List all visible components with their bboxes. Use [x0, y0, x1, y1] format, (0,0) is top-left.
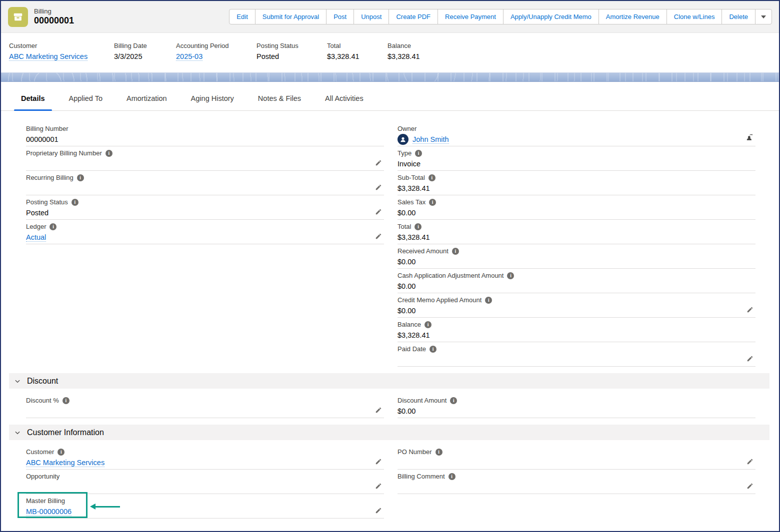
field-customer: Customer i ABC Marketing Services: [26, 445, 384, 470]
unpost-button[interactable]: Unpost: [354, 9, 389, 24]
field-label: Type: [398, 149, 412, 157]
customer-link[interactable]: ABC Marketing Services: [26, 459, 104, 467]
change-owner-icon[interactable]: [744, 132, 754, 142]
edit-pencil-icon[interactable]: [374, 207, 383, 216]
edit-pencil-icon[interactable]: [374, 406, 383, 415]
entity-block: Billing 00000001: [8, 7, 74, 27]
edit-pencil-icon[interactable]: [746, 457, 754, 466]
info-icon[interactable]: i: [429, 199, 436, 206]
summary-label: Balance: [388, 42, 420, 49]
edit-pencil-icon[interactable]: [374, 457, 383, 466]
edit-pencil-icon[interactable]: [374, 482, 383, 491]
info-icon[interactable]: i: [430, 346, 436, 353]
edit-pencil-icon[interactable]: [374, 158, 383, 167]
info-icon[interactable]: i: [50, 223, 56, 230]
apply-unapply-credit-memo-button[interactable]: Apply/Unapply Credit Memo: [503, 9, 599, 24]
tab-applied-to[interactable]: Applied To: [57, 87, 114, 110]
delete-button[interactable]: Delete: [722, 9, 756, 24]
info-icon[interactable]: i: [415, 150, 422, 157]
summary-posting-status: Posting Status Posted: [256, 42, 327, 60]
edit-pencil-icon[interactable]: [374, 232, 383, 241]
info-icon[interactable]: i: [424, 321, 432, 328]
info-icon[interactable]: i: [106, 150, 112, 157]
field-value: $0.00: [398, 258, 416, 266]
edit-pencil-icon[interactable]: [746, 482, 754, 491]
tab-bar: Details Applied To Amortization Aging Hi…: [1, 85, 779, 111]
field-label: Ledger: [26, 223, 46, 230]
amortize-revenue-button[interactable]: Amortize Revenue: [598, 9, 667, 24]
info-icon[interactable]: i: [485, 297, 492, 304]
submit-for-approval-button[interactable]: Submit for Approval: [255, 9, 326, 24]
summary-customer: Customer ABC Marketing Services: [9, 42, 114, 60]
create-pdf-button[interactable]: Create PDF: [388, 9, 438, 24]
field-balance: Balance i $3,328.41: [398, 318, 756, 342]
field-label: Discount Amount: [398, 397, 446, 404]
more-actions-button[interactable]: [755, 9, 772, 24]
info-icon[interactable]: i: [452, 248, 459, 255]
discount-section-header[interactable]: Discount: [9, 373, 770, 389]
post-button[interactable]: Post: [326, 9, 354, 24]
info-icon[interactable]: i: [428, 174, 436, 181]
tab-all-activities[interactable]: All Activities: [313, 87, 376, 110]
field-paid-date: Paid Date i: [398, 342, 756, 367]
field-received-amount: Received Amount i $0.00: [398, 244, 756, 269]
edit-pencil-icon[interactable]: [746, 354, 754, 363]
info-icon[interactable]: i: [58, 449, 64, 456]
edit-button[interactable]: Edit: [229, 9, 255, 24]
tab-details[interactable]: Details: [9, 87, 57, 110]
field-posting-status: Posting Status i Posted: [26, 195, 384, 220]
ledger-link[interactable]: Actual: [26, 233, 46, 242]
billing-date-value: 3/3/2025: [114, 52, 171, 60]
posting-status-value: Posted: [256, 52, 322, 60]
field-value: $3,328.41: [398, 331, 430, 339]
customer-information-field-grid: Customer i ABC Marketing Services Opport…: [9, 440, 770, 519]
section-discount: Discount Discount % i Disco: [9, 373, 770, 418]
details-left-column: Billing Number 00000001 Proprietary Bill…: [26, 122, 384, 244]
info-icon[interactable]: i: [450, 397, 457, 404]
field-opportunity: Opportunity: [26, 470, 384, 494]
field-value: Invoice: [398, 160, 420, 168]
edit-pencil-icon[interactable]: [746, 305, 754, 314]
field-sub-total: Sub-Total i $3,328.41: [398, 171, 756, 195]
info-icon[interactable]: i: [72, 199, 78, 206]
master-billing-link[interactable]: MB-00000006: [26, 508, 72, 516]
info-icon[interactable]: i: [62, 397, 70, 404]
field-label: Owner: [398, 125, 416, 132]
summary-billing-date: Billing Date 3/3/2025: [114, 42, 176, 60]
field-label: Sales Tax: [398, 198, 426, 206]
info-icon[interactable]: i: [414, 223, 422, 230]
owner-link[interactable]: John Smith: [412, 135, 449, 144]
field-label: Credit Memo Applied Amount: [398, 296, 482, 304]
field-recurring-billing: Recurring Billing i: [26, 171, 384, 195]
section-title: Discount: [27, 377, 58, 386]
field-type: Type i Invoice: [398, 146, 756, 171]
customer-link[interactable]: ABC Marketing Services: [9, 52, 88, 61]
edit-pencil-icon[interactable]: [374, 183, 383, 192]
info-icon[interactable]: i: [77, 174, 84, 181]
tab-amortization[interactable]: Amortization: [114, 87, 179, 110]
accounting-period-link[interactable]: 2025-03: [176, 52, 202, 61]
field-value: $0.00: [398, 282, 416, 290]
field-label: Balance: [398, 321, 421, 328]
summary-label: Total: [327, 42, 382, 49]
customer-information-section-header[interactable]: Customer Information: [9, 425, 770, 440]
info-icon[interactable]: i: [448, 473, 456, 480]
receive-payment-button[interactable]: Receive Payment: [438, 9, 504, 24]
field-billing-number: Billing Number 00000001: [26, 122, 384, 146]
field-label: Discount %: [26, 397, 59, 404]
info-icon[interactable]: i: [507, 272, 514, 279]
field-billing-comment: Billing Comment i: [398, 470, 756, 494]
edit-pencil-icon[interactable]: [374, 506, 383, 515]
field-value: $0.00: [398, 307, 416, 315]
details-right-column: Owner John Smith: [398, 122, 756, 367]
field-label: Billing Number: [26, 125, 68, 132]
info-icon[interactable]: i: [436, 449, 442, 456]
tab-aging-history[interactable]: Aging History: [179, 87, 246, 110]
balance-value: $3,328.41: [388, 52, 420, 60]
field-label: Posting Status: [26, 198, 68, 206]
field-label: Cash Application Adjustment Amount: [398, 272, 504, 279]
summary-label: Billing Date: [114, 42, 171, 49]
tab-notes-files[interactable]: Notes & Files: [246, 87, 313, 110]
field-value: $0.00: [398, 209, 416, 217]
clone-with-lines-button[interactable]: Clone w/Lines: [666, 9, 722, 24]
